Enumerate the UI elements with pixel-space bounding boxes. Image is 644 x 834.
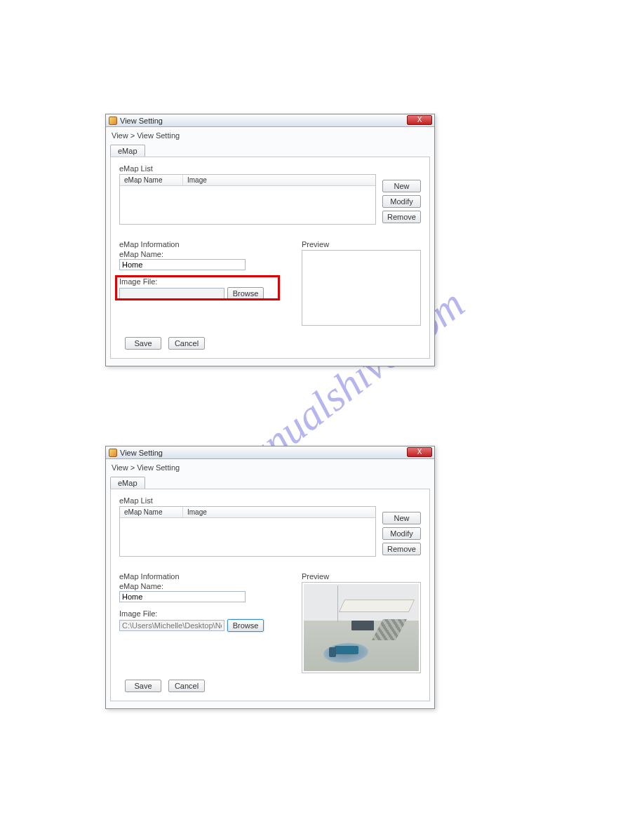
cancel-button[interactable]: Cancel <box>168 680 205 692</box>
image-file-label: Image File: <box>119 609 296 618</box>
view-setting-window-2: View Setting X View > View Setting eMap … <box>105 446 435 709</box>
browse-button[interactable]: Browse <box>227 287 264 300</box>
emap-list-label: eMap List <box>119 496 376 505</box>
emap-info-label: eMap Information <box>119 240 296 249</box>
col-emap-name[interactable]: eMap Name <box>120 507 183 517</box>
emap-list-label: eMap List <box>119 164 376 173</box>
preview-box <box>302 250 421 326</box>
col-image[interactable]: Image <box>183 175 375 185</box>
emap-info-label: eMap Information <box>119 572 296 581</box>
tab-emap[interactable]: eMap <box>110 477 145 489</box>
emap-list[interactable]: eMap Name Image <box>119 506 376 557</box>
preview-illustration <box>304 584 419 671</box>
preview-label: Preview <box>302 240 421 249</box>
col-emap-name[interactable]: eMap Name <box>120 175 183 185</box>
app-icon <box>109 449 117 457</box>
window-title: View Setting <box>120 449 163 457</box>
emap-list[interactable]: eMap Name Image <box>119 174 376 225</box>
emap-name-input[interactable] <box>119 259 246 270</box>
col-image[interactable]: Image <box>183 507 375 517</box>
new-button[interactable]: New <box>382 180 421 192</box>
emap-name-input[interactable] <box>119 591 246 602</box>
titlebar: View Setting X <box>106 114 434 127</box>
save-button[interactable]: Save <box>125 337 161 350</box>
window-title: View Setting <box>120 117 163 125</box>
breadcrumb: View > View Setting <box>110 462 430 476</box>
close-button[interactable]: X <box>407 115 432 125</box>
remove-button[interactable]: Remove <box>382 543 421 555</box>
new-button[interactable]: New <box>382 512 421 524</box>
close-button[interactable]: X <box>407 447 432 457</box>
browse-button[interactable]: Browse <box>227 619 264 632</box>
emap-name-label: eMap Name: <box>119 582 296 590</box>
titlebar: View Setting X <box>106 446 434 459</box>
image-file-input[interactable] <box>119 620 224 631</box>
preview-box <box>302 582 421 673</box>
remove-button[interactable]: Remove <box>382 211 421 223</box>
emap-name-label: eMap Name: <box>119 250 296 258</box>
cancel-button[interactable]: Cancel <box>168 337 205 350</box>
modify-button[interactable]: Modify <box>382 195 421 208</box>
save-button[interactable]: Save <box>125 680 161 692</box>
image-file-label: Image File: <box>119 277 296 286</box>
preview-label: Preview <box>302 572 421 581</box>
app-icon <box>109 117 117 125</box>
modify-button[interactable]: Modify <box>382 527 421 540</box>
view-setting-window-1: View Setting X View > View Setting eMap … <box>105 114 435 366</box>
image-file-input[interactable] <box>119 288 224 299</box>
breadcrumb: View > View Setting <box>110 130 430 144</box>
list-header: eMap Name Image <box>120 175 375 186</box>
list-header: eMap Name Image <box>120 507 375 518</box>
tab-emap[interactable]: eMap <box>110 145 145 157</box>
